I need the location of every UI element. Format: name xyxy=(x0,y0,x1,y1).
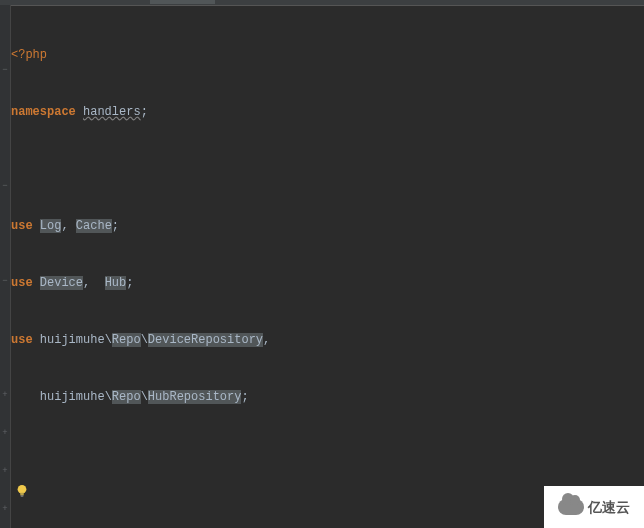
use-class: HubRepository xyxy=(148,390,242,404)
use-class: Log xyxy=(40,219,62,233)
fold-marker[interactable]: + xyxy=(0,504,10,514)
svg-rect-1 xyxy=(20,493,24,496)
fold-marker[interactable]: − xyxy=(0,276,10,286)
fold-marker[interactable]: − xyxy=(0,65,10,75)
use-class: DeviceRepository xyxy=(148,333,263,347)
svg-rect-2 xyxy=(21,495,24,496)
use-ns: huijimuhe xyxy=(40,390,105,404)
intention-bulb-icon[interactable] xyxy=(15,484,29,498)
use-ns: huijimuhe xyxy=(40,333,105,347)
php-open-tag: <?php xyxy=(11,48,47,62)
fold-marker[interactable]: + xyxy=(0,466,10,476)
active-tab-indicator xyxy=(150,0,215,4)
svg-point-0 xyxy=(18,485,27,494)
watermark: 亿速云 xyxy=(544,486,644,528)
kw-use: use xyxy=(11,219,33,233)
code-editor[interactable]: − − − + + + + <?php namespace handlers; … xyxy=(0,0,644,528)
semicolon: ; xyxy=(141,105,148,119)
kw-use: use xyxy=(11,276,33,290)
use-ns: Repo xyxy=(112,333,141,347)
use-class: Hub xyxy=(105,276,127,290)
fold-marker[interactable]: − xyxy=(0,181,10,191)
code-area[interactable]: <?php namespace handlers; use Log, Cache… xyxy=(11,8,644,528)
use-class: Cache xyxy=(76,219,112,233)
namespace-name: handlers xyxy=(83,105,141,119)
watermark-text: 亿速云 xyxy=(588,498,630,517)
use-class: Device xyxy=(40,276,83,290)
kw-namespace: namespace xyxy=(11,105,76,119)
fold-marker[interactable]: + xyxy=(0,390,10,400)
gutter: − − − + + + + xyxy=(0,5,11,528)
editor-topbar xyxy=(0,0,644,6)
use-ns: Repo xyxy=(112,390,141,404)
fold-marker[interactable]: + xyxy=(0,428,10,438)
cloud-icon xyxy=(558,499,584,515)
kw-use: use xyxy=(11,333,33,347)
